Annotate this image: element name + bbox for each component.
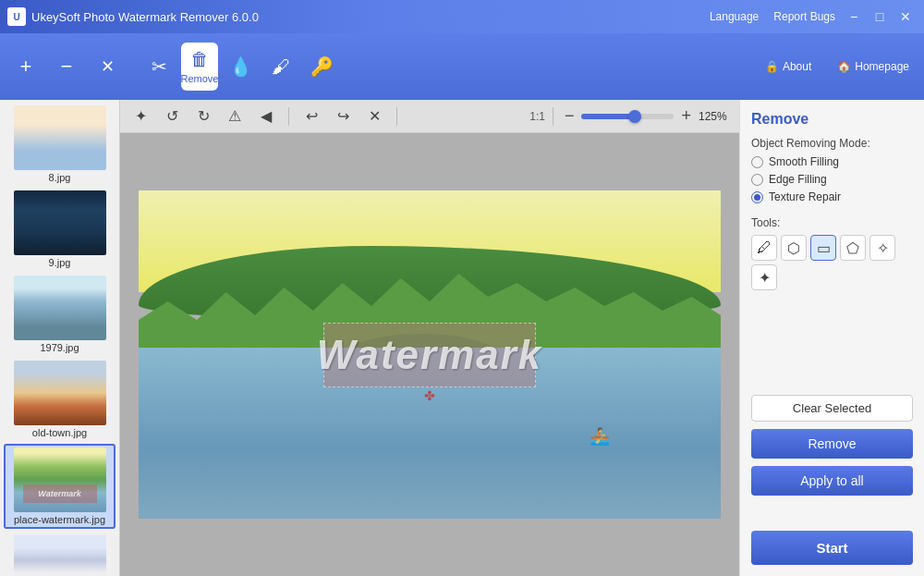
- boat-element: 🚣: [590, 426, 610, 447]
- edge-filling-radio[interactable]: [751, 174, 763, 186]
- close-button[interactable]: ✕: [894, 7, 917, 26]
- panel-title: Remove: [751, 111, 913, 128]
- thumbnail-panel[interactable]: 8.jpg 9.jpg 1979.jpg old-town.jpg Waterm…: [0, 100, 120, 576]
- smooth-filling-option[interactable]: Smooth Filling: [751, 155, 913, 168]
- remove-icon: 🗑: [190, 49, 209, 70]
- bottom-spacer: [751, 503, 913, 531]
- zoom-percent-label: 125%: [699, 110, 732, 123]
- apply-to-all-button[interactable]: Apply to all: [751, 466, 913, 496]
- title-bar: U UkeySoft Photo Watermark Remover 6.0.0…: [0, 0, 924, 33]
- brush-icon: 🖌: [272, 56, 290, 78]
- thumbnail-preview-taj: [14, 534, 106, 576]
- thumbnail-preview-place-watermark: Watermark: [14, 447, 106, 512]
- smooth-filling-radio[interactable]: [751, 156, 763, 168]
- thumbnail-item-place-watermark[interactable]: Watermark place-watermark.jpg: [4, 444, 116, 529]
- lock-icon: 🔒: [765, 60, 779, 73]
- flip-vertical-button[interactable]: ⚠: [222, 104, 248, 129]
- edit-area: ✦ ↺ ↻ ⚠ ◀ ↩ ↪ ✕ 1:1 − + 125%: [120, 100, 739, 576]
- thumbnail-label-8: 8.jpg: [49, 172, 71, 183]
- smooth-filling-label: Smooth Filling: [769, 155, 839, 168]
- undo-button[interactable]: ↩: [298, 104, 324, 129]
- watermark-selection-box[interactable]: Watermark ✤: [323, 323, 536, 387]
- radio-selected-dot: [754, 194, 760, 201]
- language-link[interactable]: Language: [710, 10, 759, 23]
- thumbnail-item-1979[interactable]: 1979.jpg: [4, 274, 116, 355]
- thumbnail-preview-8: [14, 105, 106, 170]
- header-right: 🔒 About 🏠 Homepage: [758, 56, 917, 77]
- thumbnail-item-old-town[interactable]: old-town.jpg: [4, 359, 116, 440]
- minimize-button[interactable]: −: [843, 7, 865, 26]
- zoom-in-button[interactable]: +: [677, 104, 695, 128]
- crop-tool-button[interactable]: ✂: [140, 43, 177, 91]
- texture-repair-label: Texture Repair: [769, 190, 841, 203]
- polygon-tool-button[interactable]: ⬠: [840, 235, 866, 261]
- about-button[interactable]: 🔒 About: [758, 56, 819, 77]
- object-removing-mode-label: Object Removing Mode:: [751, 137, 913, 150]
- removing-mode-group: Smooth Filling Edge Filling Texture Repa…: [751, 155, 913, 203]
- thumbnail-item-8[interactable]: 8.jpg: [4, 104, 116, 185]
- zoom-out-button[interactable]: −: [561, 104, 578, 128]
- thumbnail-label-9: 9.jpg: [49, 257, 71, 268]
- thumbnail-item-taj[interactable]: [4, 533, 116, 576]
- brush-tool-button[interactable]: 🖌: [262, 43, 299, 91]
- fill-tool-button[interactable]: 💧: [222, 43, 259, 91]
- tool-group: + − ✕: [7, 43, 126, 91]
- thumbnail-label-place-watermark: place-watermark.jpg: [14, 514, 105, 525]
- right-panel: Remove Object Removing Mode: Smooth Fill…: [739, 100, 924, 576]
- clone-tool-button[interactable]: 🔑: [303, 43, 340, 91]
- edge-filling-option[interactable]: Edge Filling: [751, 173, 913, 186]
- close-files-button[interactable]: ✕: [89, 43, 126, 91]
- redo-button[interactable]: ↪: [330, 104, 356, 129]
- toolbar-separator-1: [288, 107, 289, 126]
- remove-tool-label: Remove: [181, 73, 219, 84]
- clone-icon: 🔑: [310, 55, 334, 78]
- remove-button[interactable]: Remove: [751, 429, 913, 459]
- thumbnail-preview-9: [14, 190, 106, 255]
- edit-toolbar: ✦ ↺ ↻ ⚠ ◀ ↩ ↪ ✕ 1:1 − + 125%: [120, 100, 739, 133]
- main-layout: 8.jpg 9.jpg 1979.jpg old-town.jpg Waterm…: [0, 100, 924, 576]
- lasso-tool-button[interactable]: ⬡: [781, 235, 807, 261]
- canvas-area[interactable]: 🚣 Watermark ✤: [120, 133, 739, 576]
- app-title: UkeySoft Photo Watermark Remover 6.0.0: [31, 10, 710, 24]
- rotate-right-button[interactable]: ↻: [190, 104, 216, 129]
- thumbnail-preview-old-town: [14, 361, 106, 425]
- report-bugs-link[interactable]: Report Bugs: [773, 10, 835, 23]
- zoom-separator: [553, 107, 553, 126]
- brush-draw-button[interactable]: 🖊: [751, 235, 777, 261]
- main-toolbar: + − ✕ ✂ 🗑 Remove 💧 🖌 🔑 🔒 About 🏠 Homepag…: [0, 33, 924, 100]
- panel-spacer: [751, 301, 913, 395]
- homepage-label: Homepage: [855, 60, 909, 73]
- app-logo: U: [7, 7, 26, 26]
- clear-selected-button[interactable]: Clear Selected: [751, 395, 913, 422]
- homepage-button[interactable]: 🏠 Homepage: [830, 56, 917, 77]
- photo-canvas: 🚣 Watermark ✤: [139, 190, 721, 519]
- zoom-slider[interactable]: [581, 114, 674, 119]
- thumbnail-label-old-town: old-town.jpg: [32, 427, 87, 438]
- rotate-left-button[interactable]: ↺: [159, 104, 185, 129]
- move-crosshair-icon: ✤: [424, 388, 435, 403]
- window-controls: − □ ✕: [843, 7, 917, 26]
- maximize-button[interactable]: □: [869, 7, 891, 26]
- tools-section-label: Tools:: [751, 216, 913, 229]
- remove-tool-button[interactable]: 🗑 Remove: [181, 43, 218, 91]
- zoom-controls: 1:1 − + 125%: [529, 104, 732, 128]
- thumbnail-preview-1979: [14, 276, 106, 340]
- magic-wand-button[interactable]: ✧: [869, 235, 895, 261]
- crop-icon: ✂: [152, 55, 167, 78]
- watermark-text: Watermark: [317, 332, 543, 378]
- start-button[interactable]: Start: [751, 531, 913, 565]
- minus-button[interactable]: −: [48, 43, 85, 91]
- title-bar-links: Language Report Bugs: [710, 10, 835, 23]
- clear-button[interactable]: ✕: [361, 104, 387, 129]
- add-button[interactable]: +: [7, 43, 44, 91]
- rect-select-button[interactable]: ▭: [810, 235, 836, 261]
- thumbnail-item-9[interactable]: 9.jpg: [4, 189, 116, 270]
- flip-horizontal-button[interactable]: ◀: [253, 104, 279, 129]
- texture-repair-option[interactable]: Texture Repair: [751, 190, 913, 203]
- thumbnail-label-1979: 1979.jpg: [40, 342, 79, 353]
- zoom-handle[interactable]: [628, 110, 641, 123]
- pattern-fill-button[interactable]: ✦: [751, 264, 777, 290]
- pattern-tool-button[interactable]: ✦: [128, 104, 153, 129]
- zoom-ratio-label: 1:1: [529, 110, 545, 123]
- texture-repair-radio[interactable]: [751, 191, 763, 203]
